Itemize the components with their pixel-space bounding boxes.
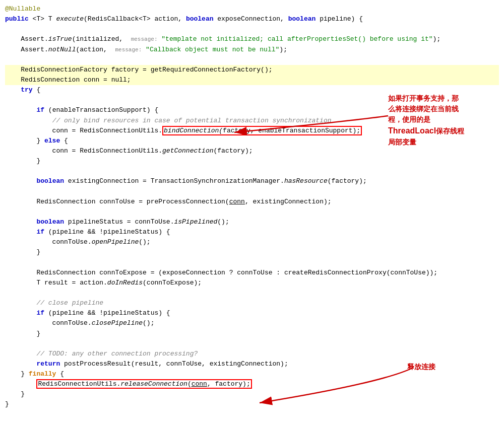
line-blank9	[5, 339, 499, 349]
line-release: RedisConnectionUtils.releaseConnection(c…	[5, 379, 499, 389]
line-blank1	[5, 24, 499, 34]
line-close-if-pipeline: }	[5, 247, 499, 257]
line-close-finally: }	[5, 389, 499, 399]
line-close-else: }	[5, 156, 499, 166]
line-blank4	[5, 166, 499, 176]
line-nullable: @Nullable	[5, 4, 499, 14]
line-blank8	[5, 288, 499, 298]
line-assert2: Assert.notNull(action, message: "Callbac…	[5, 45, 499, 55]
line-conn-expose: RedisConnection connToExpose = (exposeCo…	[5, 268, 499, 278]
line-bool-pipeline: boolean pipelineStatus = connToUse.isPip…	[5, 217, 499, 227]
line-result: T result = action.doInRedis(connToExpose…	[5, 278, 499, 288]
line-assert1: Assert.isTrue(initialized, message: "tem…	[5, 34, 499, 44]
line-comment-close: // close pipeline	[5, 298, 499, 308]
line-highlight-start: RedisConnectionFactory factory = getRequ…	[5, 65, 499, 75]
line-signature: public <T> T execute(RedisCallback<T> ac…	[5, 14, 499, 24]
annotation-release: 释放连接	[407, 362, 435, 373]
annotation-transaction: 如果打开事务支持，那么将连接绑定在当前线程，使用的是ThreadLoacl保存线…	[388, 93, 499, 148]
line-blank5	[5, 187, 499, 197]
line-blank7	[5, 258, 499, 268]
line-close-pipeline-call: connToUse.closePipeline();	[5, 318, 499, 328]
line-conn-touse: RedisConnection connToUse = preProcessCo…	[5, 197, 499, 207]
line-open-pipeline: connToUse.openPipeline();	[5, 237, 499, 247]
line-blank6	[5, 207, 499, 217]
line-if-close-pipeline: if (pipeline && !pipelineStatus) {	[5, 308, 499, 318]
line-bool-existing: boolean existingConnection = Transaction…	[5, 176, 499, 186]
line-if-pipeline: if (pipeline && !pipelineStatus) {	[5, 227, 499, 237]
line-conn-null: RedisConnection conn = null;	[5, 75, 499, 85]
code-area: 如果打开事务支持，那么将连接绑定在当前线程，使用的是ThreadLoacl保存线…	[0, 0, 504, 414]
line-close-if2: }	[5, 329, 499, 339]
line-close-method: }	[5, 399, 499, 409]
line-blank2	[5, 55, 499, 65]
line-comment-todo: // TODO: any other connection processing…	[5, 349, 499, 359]
